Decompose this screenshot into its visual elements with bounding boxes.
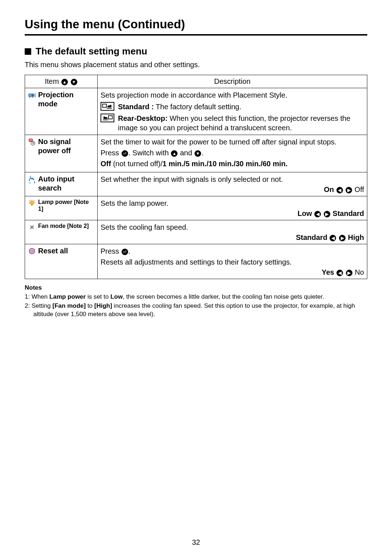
desc-text: Sets the cooling fan speed. xyxy=(101,222,364,232)
desc-text: Sets projection mode in accordance with … xyxy=(101,90,364,100)
page-number: 32 xyxy=(0,538,392,547)
left-arrow-icon: ◀ xyxy=(314,211,321,217)
toggle-opt-a: Standard xyxy=(296,233,327,241)
left-arrow-icon: ◀ xyxy=(336,187,343,193)
table-row: Fan mode [Note 2] Sets the cooling fan s… xyxy=(25,220,367,244)
desc-text: Press . xyxy=(101,246,364,256)
label-text: Reset all xyxy=(38,247,68,255)
left-arrow-icon: ◀ xyxy=(336,270,343,276)
section-intro: This menu shows placement status and oth… xyxy=(25,61,367,69)
label-text: Lamp power xyxy=(38,199,72,205)
enter-button-icon xyxy=(122,150,128,157)
desc-text: Off (not turned off)/1 min./5 min./10 mi… xyxy=(101,159,364,168)
desc-cell-no-signal: Set the timer to wait for the power to b… xyxy=(98,135,367,172)
toggle-opt-b: Standard xyxy=(332,209,364,217)
note-ref: [Note 2] xyxy=(67,223,89,229)
table-row: Projection mode Sets projection mode in … xyxy=(25,88,367,135)
toggle-opt-b: Off xyxy=(355,185,364,193)
power-off-timer-icon: OFF xyxy=(28,138,36,146)
item-cell-lamp-power: Lamp power [Note 1] xyxy=(25,196,98,220)
t: to xyxy=(86,302,94,309)
projection-rear-icon xyxy=(101,114,114,122)
svg-point-15 xyxy=(30,201,33,205)
desc-cell-fan-mode: Sets the cooling fan speed. Standard ◀ ▶… xyxy=(98,220,367,244)
item-cell-reset-all: Reset all xyxy=(25,244,98,279)
item-cell-fan-mode: Fan mode [Note 2] xyxy=(25,220,98,244)
label-text: mode xyxy=(38,100,57,108)
toggle-reset-all: Yes ◀ ▶ No xyxy=(101,268,364,277)
toggle-fan-mode: Standard ◀ ▶ High xyxy=(101,233,364,242)
mode-desc: The factory default setting. xyxy=(154,103,241,111)
svg-rect-3 xyxy=(32,97,33,98)
label-text: search xyxy=(38,184,62,192)
page-title: Using the menu (Continued) xyxy=(25,17,367,36)
up-arrow-icon: ▲ xyxy=(61,79,68,85)
t: 1: When xyxy=(25,293,49,300)
desc-cell-projection-mode: Sets projection mode in accordance with … xyxy=(98,88,367,135)
t: . xyxy=(128,247,131,255)
svg-rect-7 xyxy=(109,116,113,119)
desc-cell-lamp-power: Sets the lamp power. Low ◀ ▶ Standard xyxy=(98,196,367,220)
t: Off xyxy=(101,160,111,168)
projection-standard-icon xyxy=(101,102,114,111)
toggle-auto-input: On ◀ ▶ Off xyxy=(101,185,364,194)
item-label: Auto input search xyxy=(38,175,74,193)
t: . xyxy=(201,149,204,157)
table-header-description: Description xyxy=(98,75,367,88)
item-label: Lamp power [Note 1] xyxy=(38,199,94,212)
label-text: Projection xyxy=(38,91,74,99)
item-label: No signal power off xyxy=(38,137,71,155)
t: Press xyxy=(101,247,121,255)
projection-mode-standard-row: Standard : The factory default setting. xyxy=(101,102,364,111)
desc-cell-auto-input: Set whether the input with signals is on… xyxy=(98,172,367,196)
svg-rect-2 xyxy=(29,97,30,98)
toggle-lamp-power: Low ◀ ▶ Standard xyxy=(101,209,364,218)
notes-heading: Notes xyxy=(25,284,367,291)
desc-text: Press . Switch with ▲ and ▼. xyxy=(101,148,364,158)
right-arrow-icon: ▶ xyxy=(346,187,352,193)
section-title-text: The default setting menu xyxy=(36,46,147,57)
right-arrow-icon: ▶ xyxy=(346,270,352,276)
mode-text: Standard : The factory default setting. xyxy=(118,102,364,111)
t: . Switch with xyxy=(128,149,171,157)
toggle-opt-a: Low xyxy=(298,209,312,217)
projector-icon xyxy=(28,91,36,99)
t: Press xyxy=(101,149,121,157)
reset-icon xyxy=(28,247,36,255)
svg-rect-4 xyxy=(103,104,107,107)
mode-text: Rear-Desktop: When you select this funct… xyxy=(118,114,364,132)
t: [High] xyxy=(94,302,112,309)
label-text: power off xyxy=(38,147,71,155)
table-row: OFF No signal power off Set the timer to… xyxy=(25,135,367,172)
t: Low xyxy=(110,293,123,300)
table-row: Z Z Auto input search xyxy=(25,172,367,196)
header-item-text: Item xyxy=(45,77,59,85)
svg-rect-16 xyxy=(31,204,33,206)
toggle-opt-a: On xyxy=(324,185,334,193)
svg-line-20 xyxy=(30,201,30,201)
t: 1 min./5 min./10 min./30 min./60 min. xyxy=(163,160,288,168)
toggle-opt-b: High xyxy=(348,233,364,241)
square-bullet-icon xyxy=(25,48,31,55)
t: Lamp power xyxy=(49,293,86,300)
lamp-icon xyxy=(28,199,36,207)
t: 2: Setting xyxy=(25,302,53,309)
svg-text:OFF: OFF xyxy=(29,139,32,141)
item-cell-projection-mode: Projection mode xyxy=(25,88,98,135)
auto-search-icon: Z Z xyxy=(28,175,36,183)
svg-line-21 xyxy=(33,201,34,201)
toggle-opt-a: Yes xyxy=(322,268,334,276)
down-arrow-icon: ▼ xyxy=(195,150,201,157)
label-text: Auto input xyxy=(38,175,74,183)
table-row: Reset all Press . Resets all adjustments… xyxy=(25,244,367,279)
t: and xyxy=(178,149,194,157)
label-text: Fan mode xyxy=(38,223,66,229)
desc-text: Resets all adjustments and settings to t… xyxy=(101,257,364,267)
label-text: No signal xyxy=(38,138,71,146)
item-cell-no-signal: OFF No signal power off xyxy=(25,135,98,172)
note-2: 2: Setting [Fan mode] to [High] increase… xyxy=(25,302,367,319)
desc-text: Set whether the input with signals is on… xyxy=(101,175,283,184)
desc-text: Sets the lamp power. xyxy=(101,199,364,208)
item-label: Reset all xyxy=(38,246,68,255)
t: [Fan mode] xyxy=(53,302,86,309)
